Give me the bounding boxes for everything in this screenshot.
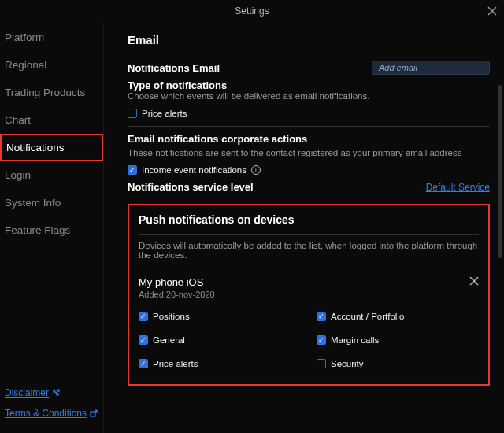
checkbox-general[interactable] [139, 335, 148, 345]
default-service-link[interactable]: Default Service [426, 182, 490, 193]
push-heading: Push notifications on devices [139, 213, 479, 226]
close-icon [469, 276, 479, 286]
type-of-notifications-desc: Choose which events will be delivered as… [128, 91, 490, 101]
opt-margin-label: Margin calls [331, 335, 379, 345]
separator [139, 234, 479, 235]
terms-label: Terms & Conditions [5, 408, 87, 419]
disclaimer-link[interactable]: Disclaimer [5, 387, 98, 398]
service-level-label: Notifications service level [128, 181, 254, 193]
sidebar-item-login[interactable]: Login [0, 161, 103, 189]
device-added-date: Added 20-nov-2020 [139, 290, 479, 299]
window-title: Settings [235, 6, 269, 17]
close-icon [487, 6, 497, 16]
opt-general-label: General [153, 335, 185, 345]
checkbox-positions[interactable] [139, 312, 148, 321]
checkbox-security[interactable] [317, 359, 326, 368]
sidebar-item-notifications[interactable]: Notifications [0, 134, 103, 161]
opt-price[interactable]: Price alerts [139, 359, 301, 368]
checkbox-account[interactable] [317, 312, 326, 321]
price-alerts-label: Price alerts [142, 109, 187, 118]
checkbox-income-event[interactable] [128, 165, 137, 175]
close-button[interactable] [485, 4, 499, 18]
device-header: My phone iOS [139, 276, 479, 288]
income-event-label: Income event notifications [142, 165, 246, 175]
terms-link[interactable]: Terms & Conditions [5, 408, 98, 419]
corporate-actions-desc: These notifications are sent to the cont… [128, 148, 490, 157]
scrollbar[interactable] [498, 85, 502, 258]
checkbox-margin[interactable] [317, 335, 326, 345]
type-of-notifications-label: Type of notifications [128, 80, 490, 91]
titlebar: Settings [0, 0, 504, 22]
push-desc: Devices will automatically be added to t… [139, 241, 479, 260]
add-email-placeholder: Add email [379, 63, 417, 72]
service-level-row: Notifications service level Default Serv… [128, 181, 490, 193]
sidebar: Platform Regional Trading Products Chart… [0, 22, 104, 433]
email-heading: Email [128, 33, 490, 46]
corporate-actions-heading: Email notifications corporate actions [128, 133, 490, 145]
sidebar-item-platform[interactable]: Platform [0, 24, 103, 51]
price-alerts-row[interactable]: Price alerts [128, 109, 490, 118]
add-email-field[interactable]: Add email [372, 61, 490, 75]
checkbox-price[interactable] [139, 359, 148, 368]
opt-security-label: Security [331, 359, 364, 368]
device-options-grid: Positions Account / Portfolio General Ma… [139, 307, 479, 373]
opt-account-label: Account / Portfolio [331, 312, 404, 321]
notifications-email-row: Notifications Email Add email [128, 61, 490, 75]
sidebar-item-system-info[interactable]: System Info [0, 189, 103, 216]
content-panel: Email Notifications Email Add email Type… [104, 22, 504, 433]
sidebar-bottom-links: Disclaimer Terms & Conditions [5, 387, 98, 428]
sidebar-item-feature-flags[interactable]: Feature Flags [0, 216, 103, 244]
opt-price-label: Price alerts [153, 359, 198, 368]
checkbox-price-alerts-email[interactable] [128, 109, 137, 118]
opt-positions-label: Positions [153, 312, 190, 321]
external-link-icon [90, 409, 98, 417]
sidebar-item-regional[interactable]: Regional [0, 51, 103, 79]
opt-positions[interactable]: Positions [139, 312, 301, 321]
opt-margin[interactable]: Margin calls [317, 335, 479, 345]
sidebar-item-trading-products[interactable]: Trading Products [0, 79, 103, 106]
remove-device-button[interactable] [469, 276, 479, 288]
external-link-icon [52, 389, 60, 397]
info-icon[interactable]: i [251, 165, 261, 175]
main: Platform Regional Trading Products Chart… [0, 22, 504, 433]
opt-general[interactable]: General [139, 335, 301, 345]
separator [128, 126, 490, 127]
opt-security[interactable]: Security [317, 359, 479, 368]
income-event-row[interactable]: Income event notifications i [128, 165, 490, 175]
push-notifications-box: Push notifications on devices Devices wi… [128, 204, 490, 386]
disclaimer-label: Disclaimer [5, 387, 49, 398]
notifications-email-label: Notifications Email [128, 62, 220, 74]
device-block: My phone iOS Added 20-nov-2020 Positions… [139, 276, 479, 373]
device-name: My phone iOS [139, 276, 203, 288]
separator [139, 268, 479, 268]
opt-account[interactable]: Account / Portfolio [317, 312, 479, 321]
sidebar-item-chart[interactable]: Chart [0, 106, 103, 134]
